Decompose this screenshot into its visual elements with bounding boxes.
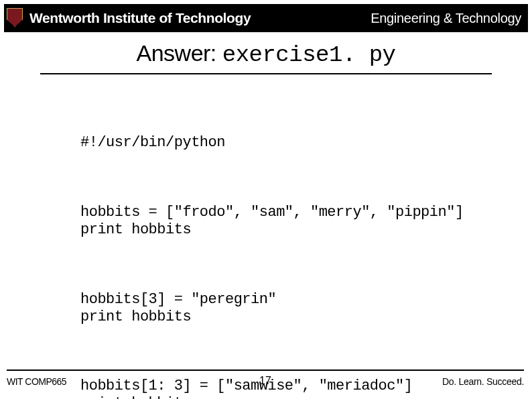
footer: WIT COMP665 17 Do. Learn. Succeed. <box>7 369 524 387</box>
crest-icon <box>7 8 24 28</box>
department-name: Engineering & Technology <box>371 11 521 26</box>
slide-title: Answer: exercise1. py <box>40 40 492 74</box>
title-prefix: Answer: <box>136 40 222 66</box>
title-filename: exercise1. py <box>222 42 396 68</box>
department-box: Engineering & Technology <box>358 4 528 32</box>
code-block-init: hobbits = ["frodo", "sam", "merry", "pip… <box>80 204 492 239</box>
tagline: Do. Learn. Succeed. <box>442 376 524 387</box>
code-area: #!/usr/bin/python hobbits = ["frodo", "s… <box>80 99 492 399</box>
header-bar: Wentworth Institute of Technology Engine… <box>4 4 528 32</box>
slide: Wentworth Institute of Technology Engine… <box>0 0 532 399</box>
code-line-shebang: #!/usr/bin/python <box>80 134 492 152</box>
institution-name: Wentworth Institute of Technology <box>29 10 251 26</box>
course-code: WIT COMP665 <box>7 376 66 387</box>
page-number: 17 <box>259 375 271 387</box>
code-block-assign: hobbits[3] = "peregrin" print hobbits <box>80 291 492 326</box>
